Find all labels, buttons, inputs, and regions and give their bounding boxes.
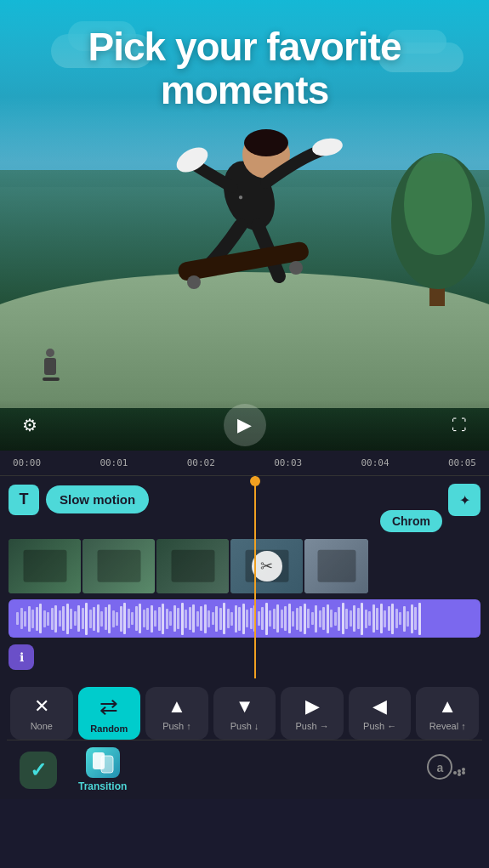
wave-bar — [288, 604, 291, 633]
wave-bar — [131, 612, 134, 625]
playhead-head — [250, 476, 260, 486]
wave-bar — [327, 604, 329, 633]
wave-bar — [158, 607, 161, 631]
transition-push-right-button[interactable]: ▶ Push → — [281, 687, 344, 740]
wave-bar — [235, 605, 237, 633]
playhead-line — [254, 476, 256, 678]
info-row: ℹ — [0, 640, 489, 674]
wave-bar — [43, 610, 46, 627]
wave-bar — [227, 609, 230, 628]
random-label: Random — [90, 723, 128, 734]
wave-bar — [319, 610, 321, 627]
svg-rect-13 — [101, 756, 113, 773]
wave-bar — [276, 604, 279, 633]
text-icon-label: T — [20, 491, 29, 508]
video-clip-1[interactable] — [9, 539, 81, 593]
wave-bar — [304, 604, 306, 634]
time-mark-0: 00:00 — [13, 457, 41, 468]
push-up-label: Push ↑ — [162, 721, 191, 731]
audio-track[interactable] — [9, 599, 480, 638]
wave-bar — [97, 604, 100, 633]
wave-bar — [162, 604, 164, 634]
transition-buttons-row: ✕ None ⇄ Random ▲ Push ↑ ▼ Push ↓ ▶ Push… — [7, 687, 482, 740]
wave-bar — [407, 611, 409, 627]
wave-bar — [342, 603, 344, 634]
push-down-label: Push ↓ — [230, 721, 259, 731]
time-mark-5: 00:05 — [448, 457, 476, 468]
transition-none-button[interactable]: ✕ None — [10, 687, 73, 740]
confirm-button[interactable]: ✓ — [20, 752, 57, 789]
wave-bar — [85, 603, 88, 635]
wave-bar — [108, 604, 111, 633]
wave-bar — [177, 608, 179, 629]
wave-bar — [269, 610, 271, 627]
waveform — [13, 599, 424, 638]
transition-reveal-button[interactable]: ▲ Reveal ↑ — [416, 687, 479, 740]
transition-tab[interactable]: Transition — [78, 747, 127, 792]
wave-bar — [223, 603, 225, 634]
app-logo: a — [423, 752, 469, 787]
wave-bar — [380, 604, 383, 633]
settings-button[interactable]: ⚙ — [13, 408, 47, 442]
wave-bar — [353, 605, 355, 632]
wave-bar — [135, 606, 138, 631]
wave-bar — [28, 606, 31, 632]
play-button[interactable]: ▶ — [224, 404, 266, 446]
video-clip-4[interactable]: ✂ — [230, 539, 303, 593]
wave-bar — [292, 611, 294, 627]
wave-bar — [238, 607, 241, 631]
reveal-icon: ▲ — [438, 695, 457, 718]
info-icon[interactable]: ℹ — [9, 644, 34, 670]
wave-bar — [376, 608, 378, 630]
wave-bar — [123, 603, 126, 634]
wave-bar — [173, 605, 176, 632]
svg-point-11 — [404, 153, 472, 255]
svg-point-2 — [244, 129, 288, 156]
wave-bar — [258, 611, 260, 626]
wave-bar — [89, 610, 92, 628]
transition-push-down-button[interactable]: ▼ Push ↓ — [213, 687, 276, 740]
svg-text:●: ● — [238, 192, 243, 201]
wave-bar — [212, 612, 214, 625]
wave-bar — [265, 603, 268, 635]
wave-bar — [345, 609, 348, 629]
wave-bar — [388, 606, 390, 631]
wave-bar — [74, 611, 77, 626]
wave-bar — [315, 605, 317, 633]
wave-bar — [368, 611, 371, 626]
transition-push-up-button[interactable]: ▲ Push ↑ — [145, 687, 208, 740]
wave-bar — [100, 611, 103, 627]
transition-push-left-button[interactable]: ◀ Push ← — [349, 687, 412, 740]
wave-bar — [330, 610, 333, 627]
wave-bar — [196, 611, 199, 627]
wave-bar — [47, 612, 49, 626]
wave-bar — [128, 609, 130, 628]
wave-bar — [250, 608, 253, 629]
skater-figure: ● — [100, 85, 389, 357]
gear-icon: ⚙ — [22, 415, 37, 435]
wave-bar — [391, 604, 394, 634]
video-clip-5[interactable] — [304, 539, 368, 593]
wave-bar — [192, 604, 195, 633]
transition-tab-icon — [86, 747, 120, 778]
wave-bar — [146, 608, 149, 630]
bottom-nav: ✓ Transition a — [7, 740, 482, 799]
wave-bar — [51, 608, 54, 630]
wave-bar — [246, 610, 248, 627]
wave-bar — [399, 612, 401, 625]
wave-bar — [39, 604, 42, 633]
transition-icon-svg — [91, 751, 115, 774]
wave-bar — [395, 609, 398, 628]
video-clip-3[interactable] — [156, 539, 229, 593]
wave-bar — [284, 606, 287, 631]
wave-bar — [20, 608, 23, 629]
wave-bar — [112, 610, 115, 627]
wave-bar — [242, 604, 245, 634]
transition-random-button[interactable]: ⇄ Random — [78, 687, 141, 740]
info-icon-symbol: ℹ — [20, 650, 24, 664]
wave-bar — [338, 607, 340, 631]
svg-point-7 — [289, 261, 303, 275]
video-clip-2[interactable] — [82, 539, 155, 593]
chroma-label[interactable]: Chrom — [380, 510, 442, 532]
fullscreen-button[interactable]: ⛶ — [442, 408, 476, 442]
